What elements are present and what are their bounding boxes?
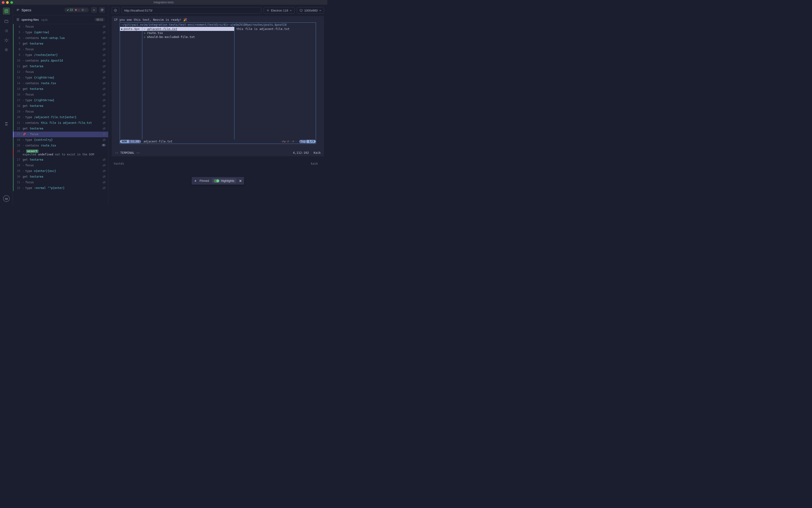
- command-row[interactable]: 30gettextarea: [13, 174, 108, 180]
- command-row[interactable]: 11gettextarea: [13, 64, 108, 69]
- command-row[interactable]: 24-type{control+y}: [13, 137, 108, 143]
- command-row[interactable]: 4-focus: [13, 24, 108, 30]
- command-row[interactable]: 10-containsposts.$postId: [13, 58, 108, 64]
- reload-button[interactable]: [99, 7, 105, 13]
- file-icon: ▫: [144, 31, 146, 35]
- command-name: type: [25, 31, 32, 34]
- highlights-toggle[interactable]: Highlights: [212, 178, 236, 183]
- spec-file-header[interactable]: opening-files.cy.ts 00:11: [13, 15, 108, 24]
- command-row[interactable]: 20-type/adjacent-file.txt{enter}: [13, 115, 108, 120]
- nav-runs-icon[interactable]: [4, 19, 9, 24]
- command-row[interactable]: 16-focus: [13, 92, 108, 98]
- hidden-icon: [101, 53, 106, 56]
- file-name: adjacent-file.txt: [147, 27, 177, 31]
- command-row[interactable]: 22gettextarea: [13, 126, 108, 132]
- yazi-left-overflow: testdi: [113, 162, 124, 165]
- command-row[interactable]: 25-containsroute.tsx0: [13, 143, 108, 149]
- command-row[interactable]: 6-containstest-setup.lua: [13, 35, 108, 41]
- chevron-down-icon: [290, 9, 292, 11]
- command-row[interactable]: 14-containsroute.tsx: [13, 81, 108, 86]
- command-name: focus: [25, 70, 34, 74]
- hidden-icon: [101, 59, 106, 62]
- hidden-icon: [101, 65, 106, 68]
- command-row[interactable]: 12-focus: [13, 69, 108, 75]
- command-row[interactable]: 23📌-focus: [13, 132, 108, 137]
- child-indicator: -: [22, 169, 24, 173]
- nav-debug-icon[interactable]: [4, 38, 9, 43]
- viewport-selector[interactable]: 1000x660: [297, 7, 324, 14]
- command-row[interactable]: 17-type{rightArrow}: [13, 98, 108, 103]
- selector-playground-button[interactable]: [112, 7, 119, 14]
- line-number: 14: [14, 82, 22, 85]
- command-row[interactable]: 28-focus: [13, 163, 108, 168]
- command-name: get: [22, 65, 28, 68]
- command-name: get: [22, 42, 28, 45]
- nav-keyboard-icon[interactable]: [4, 121, 9, 126]
- nav-list-icon[interactable]: [4, 28, 9, 34]
- line-number: 31: [14, 181, 22, 184]
- specs-title[interactable]: Specs: [16, 8, 62, 12]
- child-indicator: -: [22, 116, 24, 119]
- child-indicator: -: [22, 164, 24, 167]
- command-row[interactable]: 29-typeo{enter}{esc}: [13, 168, 108, 174]
- hidden-icon: [101, 82, 106, 85]
- command-row[interactable]: 8-focus: [13, 47, 108, 52]
- expand-button[interactable]: [91, 7, 97, 13]
- command-args: {rightArrow}: [34, 98, 54, 102]
- hidden-icon: [101, 98, 106, 102]
- child-indicator: -: [22, 138, 24, 141]
- command-row[interactable]: 13-type{rightArrow}: [13, 75, 108, 81]
- svg-point-3: [6, 49, 7, 50]
- file-item[interactable]: ▫route.tsx: [142, 31, 234, 35]
- line-number: 6: [14, 36, 22, 40]
- command-name: contains: [25, 121, 39, 125]
- command-row[interactable]: 31-focus: [13, 180, 108, 185]
- command-row[interactable]: 19-focus: [13, 109, 108, 115]
- url-input[interactable]: [122, 7, 261, 14]
- command-row[interactable]: 32-type:normal ""p{enter}: [13, 185, 108, 191]
- snapshot-toolbar: Pinned Highlights: [192, 177, 244, 185]
- command-row[interactable]: 18gettextarea: [13, 103, 108, 109]
- command-name: type: [25, 186, 32, 189]
- aut-frame[interactable]: If you see this text, Neovim is ready! 🎉…: [112, 16, 324, 156]
- yazi-statusline: NOR 31,0B adjacent-file.txt -rw-r--r-- T…: [120, 139, 316, 143]
- command-row[interactable]: 5-type{upArrow}: [13, 30, 108, 35]
- command-name: get: [22, 104, 28, 108]
- check-icon: [67, 9, 69, 11]
- file-icon: ▫: [144, 27, 146, 31]
- command-name: contains: [25, 82, 39, 85]
- parent-dir-item[interactable]: ▪ posts.$po: [120, 27, 142, 31]
- line-number: 18: [14, 104, 22, 108]
- command-row[interactable]: 27gettextarea: [13, 157, 108, 163]
- line-number: 23: [14, 132, 22, 136]
- target-icon: [114, 9, 117, 12]
- nav-specs-icon[interactable]: [3, 7, 10, 15]
- line-number: 21: [14, 121, 22, 125]
- hidden-icon: [101, 175, 106, 178]
- pin-icon: [194, 179, 197, 182]
- command-row[interactable]: 15gettextarea: [13, 86, 108, 92]
- line-number: 15: [14, 87, 22, 91]
- command-args: {upArrow}: [34, 31, 49, 34]
- command-row[interactable]: 9-type/routes{enter}: [13, 52, 108, 58]
- hidden-icon: [101, 48, 106, 51]
- command-args: /adjacent-file.txt{enter}: [34, 116, 77, 119]
- hidden-icon: [101, 110, 106, 113]
- line-number: 12: [14, 70, 22, 74]
- close-icon: [239, 179, 242, 182]
- stats-pill: 13 -- --: [64, 7, 89, 12]
- preview-area: If you see this text, Neovim is ready! 🎉…: [108, 16, 327, 205]
- child-indicator: -: [22, 36, 24, 40]
- command-row[interactable]: 26-assert expected undefined not to exis…: [13, 149, 108, 157]
- nvim-statusline: -- TERMINAL -- 4,112-102 Kaik: [113, 151, 323, 155]
- close-button[interactable]: [239, 179, 242, 182]
- pinned-label: Pinned: [200, 179, 209, 182]
- line-number: 4: [14, 25, 22, 28]
- nav-settings-icon[interactable]: [4, 47, 9, 52]
- command-name: type: [25, 53, 32, 56]
- command-row[interactable]: 21-containsthis file is adjacent-file.tx…: [13, 120, 108, 126]
- file-item[interactable]: ▫should-be-excluded-file.txt: [142, 35, 234, 39]
- file-item[interactable]: ▫adjacent-file.txt: [142, 27, 234, 31]
- command-row[interactable]: 7gettextarea: [13, 41, 108, 47]
- browser-selector[interactable]: Electron 118: [264, 7, 294, 14]
